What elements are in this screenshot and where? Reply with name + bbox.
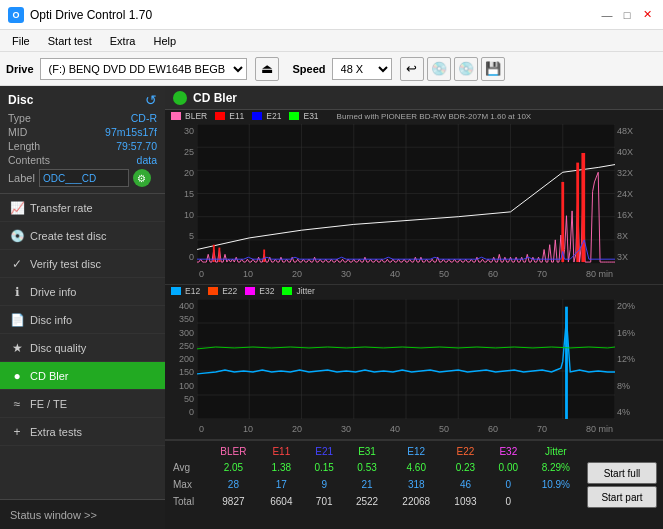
verify-test-disc-icon: ✓ bbox=[10, 257, 24, 271]
top-y-axis: 30 25 20 15 10 5 0 bbox=[165, 124, 197, 264]
avg-jitter: 8.29% bbox=[530, 460, 582, 475]
disc-refresh-button[interactable]: ↺ bbox=[145, 92, 157, 108]
close-button[interactable]: ✕ bbox=[639, 7, 655, 23]
disc-label-label: Label bbox=[8, 172, 35, 184]
chart-header: CD Bler bbox=[165, 86, 663, 110]
status-window-label: Status window >> bbox=[10, 509, 97, 521]
col-header-empty bbox=[167, 445, 207, 458]
col-header-e31: E31 bbox=[346, 445, 389, 458]
sidebar-item-extra-tests[interactable]: + Extra tests bbox=[0, 418, 165, 446]
max-e22: 46 bbox=[444, 477, 487, 492]
disc-section: Disc ↺ Type CD-R MID 97m15s17f Length 79… bbox=[0, 86, 165, 194]
total-e12: 22068 bbox=[391, 494, 442, 509]
max-e21: 9 bbox=[305, 477, 344, 492]
bottom-x-axis: 0 10 20 30 40 50 60 70 80 min bbox=[197, 419, 615, 439]
disc-length-label: Length bbox=[8, 140, 40, 152]
drive-label: Drive bbox=[6, 63, 34, 75]
chart-title-icon bbox=[173, 91, 187, 105]
sidebar-item-create-test-disc[interactable]: 💿 Create test disc bbox=[0, 222, 165, 250]
status-window-button[interactable]: Status window >> bbox=[0, 499, 165, 529]
max-e12: 318 bbox=[391, 477, 442, 492]
drive-bar: Drive (F:) BENQ DVD DD EW164B BEGB ⏏ Spe… bbox=[0, 52, 663, 86]
avg-e11: 1.38 bbox=[260, 460, 303, 475]
nav-disc-quality-label: Disc quality bbox=[30, 342, 86, 354]
minimize-button[interactable]: — bbox=[599, 7, 615, 23]
col-header-e11: E11 bbox=[260, 445, 303, 458]
col-header-actions bbox=[584, 445, 661, 458]
sidebar-item-transfer-rate[interactable]: 📈 Transfer rate bbox=[0, 194, 165, 222]
legend-e12: E12 bbox=[171, 286, 200, 296]
max-label: Max bbox=[167, 477, 207, 492]
total-e31: 2522 bbox=[346, 494, 389, 509]
sidebar-item-cd-bler[interactable]: ● CD Bler bbox=[0, 362, 165, 390]
bottom-chart-panel: E12 E22 E32 Jitter 400 350 300 250 200 1… bbox=[165, 285, 663, 440]
stats-table: BLER E11 E21 E31 E12 E22 E32 Jitter bbox=[165, 443, 663, 511]
app-icon: O bbox=[8, 7, 24, 23]
drive-select[interactable]: (F:) BENQ DVD DD EW164B BEGB bbox=[40, 58, 247, 80]
legend-e21: E21 bbox=[252, 111, 281, 121]
fe-te-icon: ≈ bbox=[10, 397, 24, 411]
bottom-chart-svg bbox=[197, 299, 615, 419]
sidebar-item-drive-info[interactable]: ℹ Drive info bbox=[0, 278, 165, 306]
disc-label-settings-button[interactable]: ⚙ bbox=[133, 169, 151, 187]
total-bler: 9827 bbox=[209, 494, 258, 509]
col-header-bler: BLER bbox=[209, 445, 258, 458]
col-header-e32: E32 bbox=[489, 445, 528, 458]
sidebar-item-disc-info[interactable]: 📄 Disc info bbox=[0, 306, 165, 334]
menu-bar: File Start test Extra Help bbox=[0, 30, 663, 52]
sidebar-item-verify-test-disc[interactable]: ✓ Verify test disc bbox=[0, 250, 165, 278]
disc-icon-1[interactable]: 💿 bbox=[427, 57, 451, 81]
total-e22: 1093 bbox=[444, 494, 487, 509]
disc-type-label: Type bbox=[8, 112, 31, 124]
nav-fe-te-label: FE / TE bbox=[30, 398, 67, 410]
nav-extra-tests-label: Extra tests bbox=[30, 426, 82, 438]
top-right-axis: 48X 40X 32X 24X 16X 8X 3X bbox=[615, 124, 663, 264]
sidebar-item-fe-te[interactable]: ≈ FE / TE bbox=[0, 390, 165, 418]
max-bler: 28 bbox=[209, 477, 258, 492]
refresh-button[interactable]: ↩ bbox=[400, 57, 424, 81]
total-jitter bbox=[530, 494, 582, 509]
title-bar: O Opti Drive Control 1.70 — □ ✕ bbox=[0, 0, 663, 30]
col-header-jitter: Jitter bbox=[530, 445, 582, 458]
maximize-button[interactable]: □ bbox=[619, 7, 635, 23]
menu-extra[interactable]: Extra bbox=[102, 33, 144, 49]
disc-info-icon: 📄 bbox=[10, 313, 24, 327]
start-full-button[interactable]: Start full bbox=[587, 462, 657, 484]
avg-e12: 4.60 bbox=[391, 460, 442, 475]
menu-start-test[interactable]: Start test bbox=[40, 33, 100, 49]
top-chart-legend: BLER E11 E21 E31 Burned with PIONEER BD-… bbox=[167, 111, 661, 121]
disc-quality-icon: ★ bbox=[10, 341, 24, 355]
legend-jitter: Jitter bbox=[282, 286, 314, 296]
eject-button[interactable]: ⏏ bbox=[255, 57, 279, 81]
total-e32: 0 bbox=[489, 494, 528, 509]
stats-row-avg: Avg 2.05 1.38 0.15 0.53 4.60 0.23 0.00 8… bbox=[167, 460, 661, 475]
sidebar-item-disc-quality[interactable]: ★ Disc quality bbox=[0, 334, 165, 362]
create-test-disc-icon: 💿 bbox=[10, 229, 24, 243]
start-part-button[interactable]: Start part bbox=[587, 486, 657, 508]
content-area: CD Bler BLER E11 E21 E31 Burned with PIO… bbox=[165, 86, 663, 529]
top-chart-svg bbox=[197, 124, 615, 264]
menu-file[interactable]: File bbox=[4, 33, 38, 49]
disc-contents-value: data bbox=[137, 154, 157, 166]
nav-transfer-rate-label: Transfer rate bbox=[30, 202, 93, 214]
burned-with-label: Burned with PIONEER BD-RW BDR-207M 1.60 … bbox=[337, 112, 532, 121]
speed-label: Speed bbox=[293, 63, 326, 75]
speed-select[interactable]: 48 X bbox=[332, 58, 392, 80]
avg-label: Avg bbox=[167, 460, 207, 475]
nav-cd-bler-label: CD Bler bbox=[30, 370, 69, 382]
top-chart-area bbox=[197, 124, 615, 264]
legend-e32: E32 bbox=[245, 286, 274, 296]
disc-mid-value: 97m15s17f bbox=[105, 126, 157, 138]
menu-help[interactable]: Help bbox=[145, 33, 184, 49]
save-button[interactable]: 💾 bbox=[481, 57, 505, 81]
bottom-chart-legend: E12 E22 E32 Jitter bbox=[167, 286, 661, 296]
nav-drive-info-label: Drive info bbox=[30, 286, 76, 298]
top-chart-panel: BLER E11 E21 E31 Burned with PIONEER BD-… bbox=[165, 110, 663, 285]
disc-icon-2[interactable]: 💿 bbox=[454, 57, 478, 81]
max-e32: 0 bbox=[489, 477, 528, 492]
disc-label-input[interactable] bbox=[39, 169, 129, 187]
nav-disc-info-label: Disc info bbox=[30, 314, 72, 326]
avg-e21: 0.15 bbox=[305, 460, 344, 475]
avg-e32: 0.00 bbox=[489, 460, 528, 475]
max-jitter: 10.9% bbox=[530, 477, 582, 492]
